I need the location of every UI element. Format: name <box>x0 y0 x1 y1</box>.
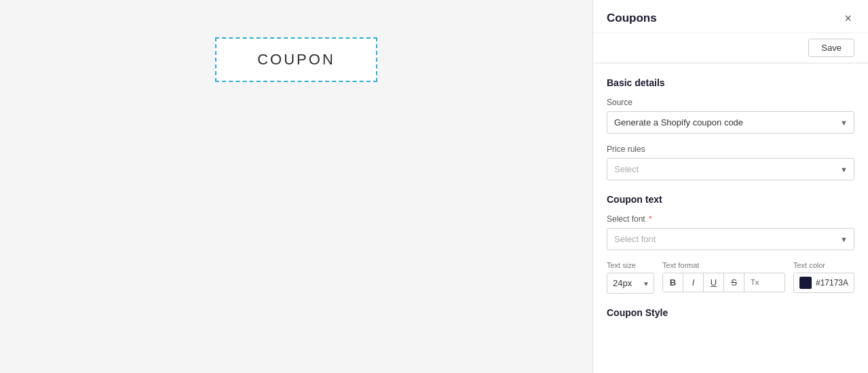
text-size-label: Text size <box>607 261 654 269</box>
font-select[interactable]: Select font <box>607 228 854 250</box>
clear-format-btn[interactable]: Tx <box>744 273 765 292</box>
font-required: * <box>647 214 652 224</box>
color-swatch <box>799 277 812 289</box>
panel-toolbar: Save <box>593 33 868 63</box>
bold-btn[interactable]: B <box>663 273 683 292</box>
color-hex-value: #17173A <box>816 278 848 288</box>
source-label: Source <box>607 98 854 107</box>
source-select[interactable]: Generate a Shopify coupon code Use exist… <box>607 111 854 134</box>
source-select-wrapper: Generate a Shopify coupon code Use exist… <box>607 111 854 134</box>
format-buttons: B I U S Tx <box>662 273 785 292</box>
coupon-text-section: Coupon text Select font * Select font ▼ … <box>607 194 854 294</box>
color-swatch-wrapper[interactable]: #17173A <box>793 273 854 293</box>
italic-btn[interactable]: I <box>683 273 704 292</box>
text-format-group: Text format B I U S Tx <box>662 261 785 292</box>
text-size-select[interactable]: 12px 14px 16px 18px 20px 24px 28px 32px <box>607 273 654 294</box>
coupon-style-title: Coupon Style <box>607 307 854 318</box>
save-button[interactable]: Save <box>808 39 854 57</box>
panel-body: Basic details Source Generate a Shopify … <box>593 64 868 373</box>
text-format-label: Text format <box>662 261 785 269</box>
price-rules-select-wrapper: Select ▼ <box>607 158 854 180</box>
coupon-text: COUPON <box>257 51 335 68</box>
size-select-wrapper: 12px 14px 16px 18px 20px 24px 28px 32px … <box>607 273 654 294</box>
font-select-wrapper: Select font ▼ <box>607 228 854 250</box>
underline-btn[interactable]: U <box>704 273 724 292</box>
panel-title: Coupons <box>607 12 657 25</box>
basic-details-title: Basic details <box>607 77 854 88</box>
text-color-label: Text color <box>793 261 854 269</box>
canvas-area: COUPON <box>0 0 592 373</box>
panel-header: Coupons × <box>593 0 868 33</box>
price-rules-label: Price rules <box>607 144 854 154</box>
close-button[interactable]: × <box>842 11 854 26</box>
coupon-preview[interactable]: COUPON <box>215 37 377 82</box>
coupon-text-title: Coupon text <box>607 194 854 205</box>
price-rules-select[interactable]: Select <box>607 158 854 180</box>
strikethrough-btn[interactable]: S <box>724 273 744 292</box>
text-color-group: Text color #17173A <box>793 261 854 293</box>
coupon-style-section: Coupon Style <box>607 307 854 318</box>
text-size-group: Text size 12px 14px 16px 18px 20px 24px … <box>607 261 654 294</box>
font-label: Select font * <box>607 214 854 224</box>
right-panel: Coupons × Save Basic details Source Gene… <box>592 0 868 373</box>
text-controls-row: Text size 12px 14px 16px 18px 20px 24px … <box>607 261 854 294</box>
